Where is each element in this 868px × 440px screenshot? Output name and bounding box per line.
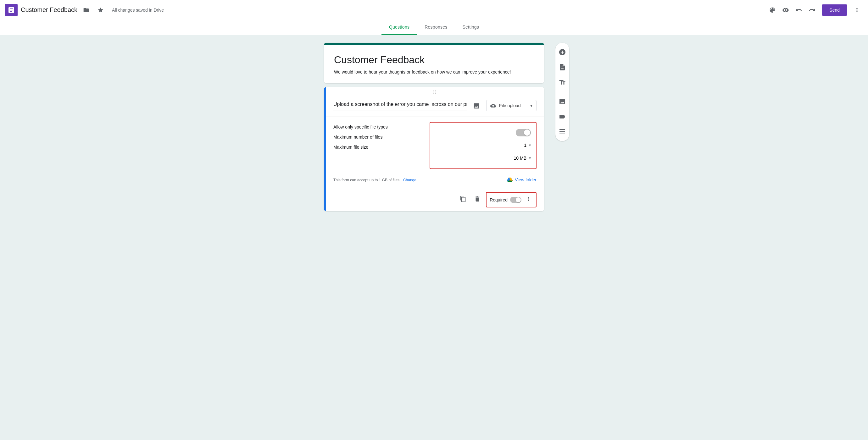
sidebar-section-button[interactable]: [555, 125, 569, 139]
more-options-button[interactable]: [851, 4, 863, 16]
tab-responses[interactable]: Responses: [417, 20, 455, 35]
drag-handle: ⠿: [326, 87, 544, 97]
sidebar-divider: [557, 92, 567, 92]
footer-text: This form can accept up to 1 GB of files…: [333, 178, 400, 182]
max-files-value-row: 1 ▾: [435, 139, 531, 152]
question-text-input[interactable]: [333, 99, 467, 111]
change-link[interactable]: Change: [403, 178, 416, 182]
view-folder-label: View folder: [515, 177, 536, 182]
type-dropdown-label: File upload: [499, 103, 521, 108]
max-size-label: Maximum file size: [333, 144, 425, 149]
max-files-row: Maximum number of files: [333, 132, 425, 142]
max-size-row: Maximum file size: [333, 142, 425, 152]
tab-settings[interactable]: Settings: [455, 20, 487, 35]
palette-button[interactable]: [767, 4, 778, 16]
options-footer: This form can accept up to 1 GB of files…: [326, 174, 544, 188]
sidebar-video-button[interactable]: [555, 110, 569, 124]
app-icon: [5, 4, 18, 16]
max-size-value: 10 MB: [514, 156, 526, 161]
options-section: Allow only specific file types Maximum n…: [326, 116, 544, 174]
send-button[interactable]: Send: [822, 4, 847, 16]
max-size-value-row: 10 MB ▾: [435, 152, 531, 165]
tabs-nav: Questions Responses Settings: [0, 20, 868, 35]
forms-icon: [7, 6, 15, 14]
question-top-row: File upload ▾: [326, 97, 544, 113]
view-folder-button[interactable]: View folder: [507, 177, 536, 183]
sidebar-text-button[interactable]: [555, 75, 569, 89]
max-files-arrow-icon: ▾: [529, 143, 531, 147]
right-sidebar: [555, 43, 569, 141]
add-image-button[interactable]: [470, 100, 483, 113]
file-type-toggle[interactable]: [516, 129, 531, 136]
preview-button[interactable]: [780, 4, 792, 16]
form-container: Customer Feedback We would love to hear …: [324, 43, 544, 215]
form-description: We would love to hear your thoughts or f…: [334, 69, 534, 74]
required-row: Required: [486, 192, 536, 207]
max-size-dropdown[interactable]: 10 MB ▾: [514, 154, 531, 162]
form-header-card: Customer Feedback We would love to hear …: [324, 43, 544, 83]
redo-button[interactable]: [806, 4, 818, 16]
required-label: Required: [490, 197, 507, 202]
toggle-track: [516, 129, 531, 136]
question-text-area: [333, 99, 467, 111]
question-actions: Required: [326, 188, 544, 211]
delete-button[interactable]: [471, 193, 484, 206]
undo-button[interactable]: [793, 4, 805, 16]
drive-icon: [507, 177, 513, 183]
max-files-value: 1: [524, 143, 526, 148]
allow-specific-label: Allow only specific file types: [333, 125, 425, 130]
form-title: Customer Feedback: [334, 54, 534, 66]
allow-specific-row: Allow only specific file types: [333, 122, 425, 132]
max-files-label: Maximum number of files: [333, 135, 425, 140]
options-red-box: 1 ▾ 10 MB ▾: [430, 122, 536, 169]
sidebar-import-button[interactable]: [555, 60, 569, 74]
required-more-options[interactable]: [524, 195, 533, 205]
main-content: Customer Feedback We would love to hear …: [0, 35, 868, 223]
required-toggle-thumb: [516, 197, 521, 202]
header-right: Send: [767, 4, 863, 16]
max-files-dropdown[interactable]: 1 ▾: [524, 141, 531, 149]
footer-left: This form can accept up to 1 GB of files…: [333, 177, 416, 182]
tab-questions[interactable]: Questions: [381, 20, 417, 35]
header-left: Customer Feedback All changes saved in D…: [5, 4, 767, 16]
sidebar-image-button[interactable]: [555, 95, 569, 108]
duplicate-button[interactable]: [457, 193, 469, 206]
saved-status: All changes saved in Drive: [112, 7, 164, 12]
max-size-arrow-icon: ▾: [529, 156, 531, 160]
toggle-row: [435, 126, 531, 139]
app-title: Customer Feedback: [21, 6, 78, 13]
question-card: ⠿ File upload ▾: [324, 87, 544, 211]
folder-button[interactable]: [81, 4, 92, 16]
dropdown-arrow-icon: ▾: [530, 103, 532, 108]
required-toggle[interactable]: [510, 197, 521, 203]
app-header: Customer Feedback All changes saved in D…: [0, 0, 868, 20]
star-button[interactable]: [95, 4, 106, 16]
options-left-col: Allow only specific file types Maximum n…: [333, 122, 425, 152]
toggle-thumb: [524, 130, 530, 136]
sidebar-add-button[interactable]: [555, 45, 569, 59]
question-type-dropdown[interactable]: File upload ▾: [486, 100, 536, 111]
